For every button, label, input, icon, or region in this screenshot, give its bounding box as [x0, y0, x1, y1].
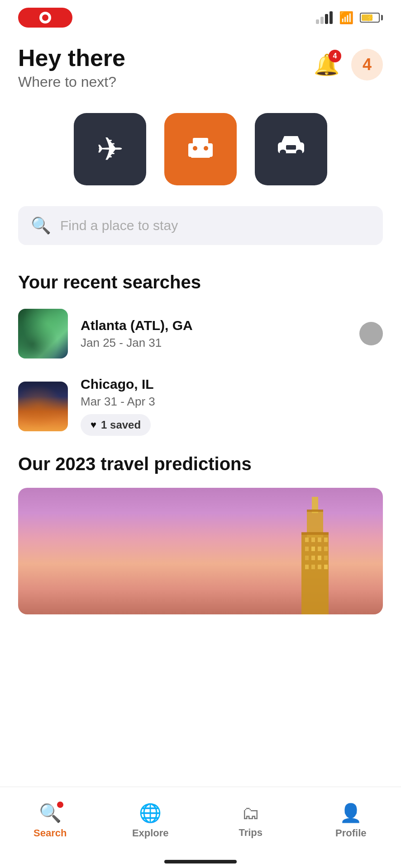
search-nav-label: Search [33, 827, 67, 839]
profile-nav-label: Profile [335, 827, 366, 839]
predictions-section: Our 2023 travel predictions [18, 454, 383, 614]
svg-rect-16 [305, 547, 309, 551]
atlanta-info: Atlanta (ATL), GA Jan 25 - Jan 31 [81, 318, 347, 350]
svg-rect-15 [324, 538, 328, 542]
search-notification-dot [57, 802, 63, 808]
chicago-info: Chicago, IL Mar 31 - Apr 3 ♥ 1 saved [81, 377, 383, 436]
predictions-title: Our 2023 travel predictions [18, 454, 383, 474]
battery-body: ⚡ [360, 13, 380, 23]
recording-indicator [18, 8, 72, 28]
svg-rect-14 [318, 538, 321, 542]
atlanta-name: Atlanta (ATL), GA [81, 318, 347, 333]
battery-icon: ⚡ [360, 13, 383, 23]
trips-nav-label: Trips [239, 827, 263, 839]
main-content: Hey there Where to next? 🔔 4 4 ✈ [0, 32, 401, 614]
status-left [18, 8, 72, 28]
nav-item-explore[interactable]: 🌐 Explore [100, 802, 201, 839]
signal-bar-2 [320, 17, 324, 24]
atlanta-search-item[interactable]: Atlanta (ATL), GA Jan 25 - Jan 31 [18, 309, 383, 359]
atlanta-thumbnail [18, 309, 68, 359]
chicago-saved-badge[interactable]: ♥ 1 saved [81, 414, 151, 436]
atlanta-image [18, 309, 68, 359]
recent-searches: Your recent searches Atlanta (ATL), GA J… [18, 272, 383, 436]
nav-item-trips[interactable]: 🗂 Trips [200, 803, 301, 839]
cars-button[interactable] [255, 113, 327, 185]
svg-rect-9 [301, 533, 329, 614]
search-nav-icon: 🔍 [39, 802, 62, 824]
flights-icon: ✈ [96, 130, 124, 168]
recording-dot [39, 12, 51, 24]
flights-button[interactable]: ✈ [74, 113, 146, 185]
atlanta-toggle[interactable] [359, 322, 383, 345]
saved-count: 1 saved [101, 419, 141, 431]
battery-tip [381, 15, 383, 20]
cars-icon [275, 130, 307, 169]
signal-bar-4 [329, 11, 333, 24]
category-buttons: ✈ [18, 113, 383, 185]
heart-icon: ♥ [91, 419, 96, 431]
status-bar: 📶 ⚡ [0, 0, 401, 32]
predictions-image[interactable] [18, 488, 383, 614]
search-bar[interactable]: 🔍 Find a place to stay [18, 206, 383, 245]
svg-rect-1 [193, 138, 208, 146]
chicago-thumbnail [18, 382, 68, 431]
svg-rect-29 [307, 509, 323, 512]
status-right: 📶 ⚡ [316, 11, 383, 25]
svg-rect-24 [305, 565, 309, 569]
subtitle-text: Where to next? [18, 74, 125, 90]
nav-item-search[interactable]: 🔍 Search [0, 802, 100, 839]
svg-rect-7 [296, 150, 302, 155]
trips-icon: 🗂 [242, 803, 260, 823]
svg-rect-6 [280, 150, 286, 155]
explore-icon: 🌐 [139, 802, 162, 824]
svg-rect-22 [318, 556, 321, 560]
svg-rect-18 [318, 547, 321, 551]
bottom-nav: 🔍 Search 🌐 Explore 🗂 Trips 👤 Profile [0, 787, 401, 868]
nav-item-profile[interactable]: 👤 Profile [301, 802, 401, 839]
svg-point-3 [193, 146, 197, 151]
svg-point-4 [204, 146, 208, 151]
svg-rect-19 [324, 547, 328, 551]
hotels-button[interactable] [164, 113, 237, 185]
chicago-name: Chicago, IL [81, 377, 383, 392]
predictions-bg [18, 488, 383, 614]
svg-rect-27 [324, 565, 328, 569]
header: Hey there Where to next? 🔔 4 4 [18, 45, 383, 90]
svg-rect-13 [311, 538, 315, 542]
greeting-text: Hey there [18, 45, 125, 71]
hotels-icon [185, 130, 216, 169]
notification-button[interactable]: 🔔 4 [310, 49, 342, 80]
svg-rect-12 [305, 538, 309, 542]
chicago-search-item[interactable]: Chicago, IL Mar 31 - Apr 3 ♥ 1 saved [18, 377, 383, 436]
chicago-image [18, 382, 68, 431]
svg-rect-26 [318, 565, 321, 569]
svg-rect-25 [311, 565, 315, 569]
svg-rect-17 [311, 547, 315, 551]
svg-rect-8 [286, 145, 296, 150]
notification-badge: 4 [329, 50, 341, 62]
atlanta-dates: Jan 25 - Jan 31 [81, 336, 347, 350]
signal-icon [316, 11, 333, 24]
svg-rect-28 [301, 532, 329, 535]
svg-rect-2 [191, 154, 210, 158]
svg-rect-20 [305, 556, 309, 560]
header-icons: 🔔 4 4 [310, 49, 383, 80]
profile-icon: 👤 [339, 802, 362, 824]
tower-illustration [274, 497, 356, 614]
search-placeholder-text: Find a place to stay [60, 218, 178, 233]
chicago-dates: Mar 31 - Apr 3 [81, 395, 383, 409]
svg-rect-23 [324, 556, 328, 560]
home-indicator [164, 860, 237, 863]
battery-bolt: ⚡ [366, 14, 374, 21]
wifi-icon: 📶 [339, 11, 353, 25]
search-icon: 🔍 [31, 216, 51, 235]
explore-nav-label: Explore [132, 827, 169, 839]
signal-bar-3 [325, 14, 328, 24]
recent-searches-title: Your recent searches [18, 272, 383, 292]
header-text: Hey there Where to next? [18, 45, 125, 90]
signal-bar-1 [316, 19, 319, 24]
svg-rect-21 [311, 556, 315, 560]
user-badge[interactable]: 4 [351, 49, 383, 80]
